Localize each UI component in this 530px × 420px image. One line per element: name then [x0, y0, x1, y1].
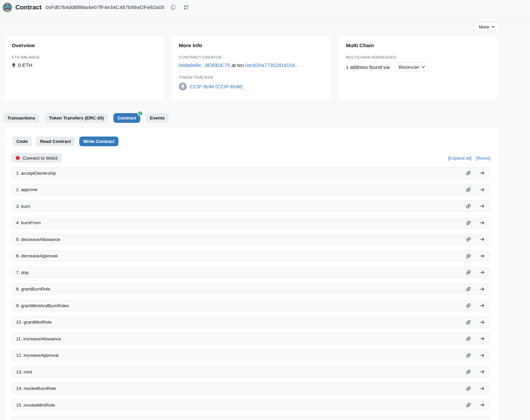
arrow-right-icon	[479, 170, 485, 176]
blockscan-dropdown[interactable]: Blockscan	[395, 62, 429, 72]
permalink-button[interactable]	[465, 368, 472, 375]
chain-link-icon	[466, 253, 471, 259]
permalink-button[interactable]	[465, 286, 472, 292]
tab-contract[interactable]: Contract	[113, 113, 140, 123]
write-function-label: 2. approve	[16, 187, 37, 192]
page-title: Contract	[15, 4, 41, 11]
tab-events[interactable]: Events	[146, 113, 169, 123]
expand-method-button[interactable]	[479, 269, 485, 276]
write-function-label: 6. decreaseApproval	[16, 253, 58, 258]
expand-method-button[interactable]	[479, 368, 485, 375]
expand-method-button[interactable]	[479, 186, 485, 193]
write-function-row[interactable]: 8. grantBurnRole	[11, 283, 490, 295]
tab-contract-label: Contract	[117, 115, 136, 120]
write-function-row[interactable]: 9. grantMintAndBurnRoles	[11, 300, 490, 311]
tab-token-transfers[interactable]: Token Transfers (ERC-20)	[45, 113, 108, 123]
chain-link-icon	[466, 270, 471, 275]
chain-link-icon	[466, 303, 471, 308]
write-function-row[interactable]: 4. burnFrom	[11, 217, 490, 229]
more-button[interactable]: More	[474, 22, 499, 32]
write-function-row[interactable]: 6. decreaseApproval	[11, 250, 490, 262]
permalink-button[interactable]	[465, 385, 472, 392]
write-function-label: 14. revokeBurnRole	[16, 386, 56, 391]
header-divider	[0, 17, 530, 18]
contract-panel: Code Read Contract Write Contract Connec…	[3, 127, 499, 420]
expand-all-link[interactable]: [Expand all]	[448, 156, 472, 161]
expand-method-button[interactable]	[479, 402, 485, 408]
permalink-button[interactable]	[465, 186, 472, 193]
creator-address-link[interactable]: 0xda9e8e...9EB9DC75	[179, 62, 230, 68]
expand-method-button[interactable]	[479, 385, 485, 392]
write-function-label: 7. drip	[16, 270, 29, 275]
arrow-right-icon	[479, 336, 485, 341]
subtab-read-contract[interactable]: Read Contract	[36, 137, 75, 146]
subtab-write-contract[interactable]: Write Contract	[79, 137, 118, 146]
qr-code-button[interactable]	[183, 4, 189, 11]
expand-method-button[interactable]	[479, 286, 485, 292]
copy-address-button[interactable]	[170, 4, 177, 11]
permalink-button[interactable]	[465, 352, 472, 359]
write-function-row[interactable]: 12. increaseApproval	[11, 350, 490, 361]
creation-txn-link[interactable]: 0xc620a77352d1d154...	[245, 62, 299, 68]
overview-card-title: Overview	[12, 43, 157, 49]
permalink-button[interactable]	[465, 269, 472, 276]
contract-header: Contract 0xFd57b4ddBf88a4e07fF4e34C487b9…	[0, 0, 530, 13]
expand-method-button[interactable]	[479, 170, 485, 176]
expand-method-button[interactable]	[479, 352, 485, 359]
permalink-button[interactable]	[465, 220, 472, 226]
expand-method-button[interactable]	[479, 220, 485, 226]
expand-method-button[interactable]	[479, 236, 485, 243]
permalink-button[interactable]	[465, 319, 472, 326]
expand-method-button[interactable]	[479, 203, 485, 209]
chain-link-icon	[466, 170, 471, 176]
write-function-row[interactable]: 5. decreaseAllowance	[11, 234, 490, 245]
multi-chain-card-title: Multi Chain	[346, 43, 491, 49]
chain-link-icon	[466, 336, 471, 341]
expand-method-button[interactable]	[479, 319, 485, 326]
write-function-row[interactable]: 7. drip	[11, 267, 490, 278]
write-function-row[interactable]: 14. revokeBurnRole	[11, 383, 490, 394]
write-function-label: 10. grantMintRole	[16, 320, 52, 325]
arrow-right-icon	[479, 237, 485, 242]
write-function-row-partial[interactable]	[11, 416, 490, 420]
connect-to-web3-button[interactable]: Connect to Web3	[11, 153, 62, 163]
permalink-button[interactable]	[465, 335, 472, 342]
write-function-row[interactable]: 2. approve	[11, 184, 490, 195]
write-function-row[interactable]: 11. increaseAllowance	[11, 333, 490, 344]
permalink-button[interactable]	[465, 253, 472, 259]
expand-method-button[interactable]	[479, 335, 485, 342]
chain-link-icon	[466, 203, 471, 209]
arrow-right-icon	[479, 320, 485, 325]
permalink-button[interactable]	[465, 170, 472, 176]
write-function-row[interactable]: 3. burn	[11, 200, 490, 212]
write-function-row[interactable]: 13. mint	[11, 366, 490, 377]
permalink-button[interactable]	[465, 203, 472, 209]
subtab-code[interactable]: Code	[12, 137, 32, 146]
permalink-button[interactable]	[465, 402, 472, 408]
chain-link-icon	[466, 187, 471, 192]
write-function-label: 11. increaseAllowance	[16, 336, 61, 341]
copy-icon	[170, 4, 176, 10]
blockscan-dropdown-label: Blockscan	[399, 65, 420, 70]
arrow-right-icon	[479, 187, 485, 192]
chevron-down-icon	[422, 66, 425, 68]
overview-card: Overview ETH BALANCE 0 ETH	[3, 35, 165, 101]
permalink-button[interactable]	[465, 302, 472, 309]
ethereum-icon	[12, 63, 16, 68]
reset-link[interactable]: [Reset]	[476, 156, 490, 161]
tab-transactions[interactable]: Transactions	[3, 113, 39, 123]
permalink-button[interactable]	[465, 236, 472, 243]
chain-link-icon	[466, 386, 471, 391]
write-function-row[interactable]: 15. revokeMintRole	[11, 399, 490, 411]
arrow-right-icon	[479, 253, 485, 259]
token-tracker-link[interactable]: CCIP-BnM (CCIP-BnM)	[190, 84, 243, 89]
write-function-label: 12. increaseApproval	[16, 353, 59, 358]
eth-balance-value: 0 ETH	[18, 62, 32, 68]
write-function-row[interactable]: 10. grantMintRole	[11, 317, 490, 328]
eth-balance-label: ETH BALANCE	[12, 55, 157, 59]
arrow-right-icon	[479, 303, 485, 308]
write-function-row[interactable]: 1. acceptOwnership	[11, 167, 490, 179]
expand-method-button[interactable]	[479, 253, 485, 259]
expand-method-button[interactable]	[479, 302, 485, 309]
token-tracker-label: TOKEN TRACKER	[179, 75, 324, 79]
